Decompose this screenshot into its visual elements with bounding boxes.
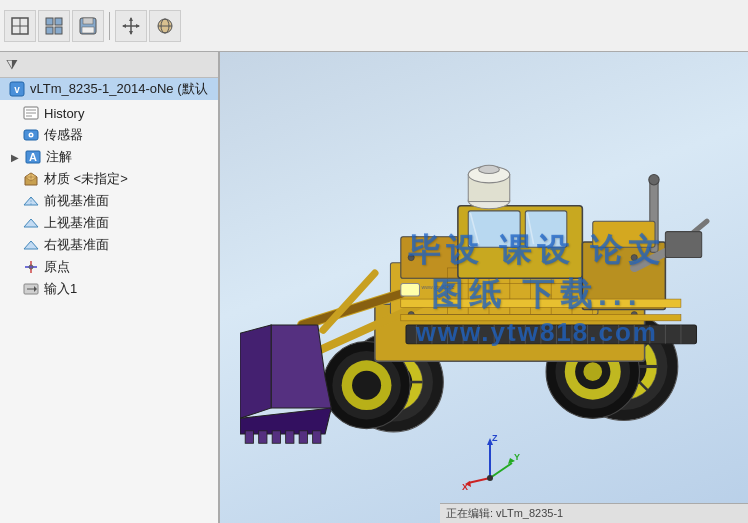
top-plane-icon <box>22 214 40 232</box>
right-plane-icon <box>22 236 40 254</box>
svg-point-130 <box>408 254 414 260</box>
annotation-label: 注解 <box>46 148 72 166</box>
svg-rect-9 <box>82 27 94 33</box>
svg-marker-15 <box>136 24 140 28</box>
save-button[interactable] <box>72 10 104 42</box>
svg-text:www.ytw818.c: www.ytw818.c <box>422 283 455 289</box>
svg-rect-125 <box>299 431 307 443</box>
tree-item-origin[interactable]: 原点 <box>0 256 218 278</box>
tree-item-history[interactable]: History <box>0 102 218 124</box>
svg-point-59 <box>583 362 602 381</box>
svg-line-144 <box>468 478 490 483</box>
sensor-icon <box>22 126 40 144</box>
origin-label: 原点 <box>44 258 70 276</box>
svg-rect-5 <box>46 27 53 34</box>
svg-rect-86 <box>468 211 520 247</box>
tree-root-item[interactable]: v vLTm_8235-1_2014-oNe (默认 <box>0 78 218 100</box>
tree-item-top-plane[interactable]: 上视基准面 <box>0 212 218 234</box>
svg-rect-135 <box>401 314 681 320</box>
move-button[interactable] <box>115 10 147 42</box>
svg-rect-134 <box>401 299 681 307</box>
axis-indicator: Z Y X <box>460 433 520 493</box>
svg-text:A: A <box>29 151 37 163</box>
front-plane-label: 前视基准面 <box>44 192 109 210</box>
svg-rect-124 <box>286 431 294 443</box>
main-layout: ⧩ v vLTm_8235-1_2014-oNe (默认 <box>0 52 748 523</box>
svg-text:Z: Z <box>492 433 498 443</box>
root-icon: v <box>8 80 26 98</box>
tree-item-sensor[interactable]: 传感器 <box>0 124 218 146</box>
model-svg: www.ytw818.c <box>240 76 738 450</box>
svg-point-72 <box>352 370 381 399</box>
history-label: History <box>44 106 84 121</box>
annotation-arrow: ▶ <box>8 150 22 164</box>
toolbar <box>0 0 748 52</box>
svg-marker-12 <box>129 17 133 21</box>
history-icon <box>22 104 40 122</box>
status-text: 正在编辑: vLTm_8235-1 <box>446 506 563 521</box>
tree-container: History 传感器 ▶ <box>0 100 218 523</box>
svg-point-96 <box>649 174 659 184</box>
svg-rect-97 <box>593 221 655 247</box>
svg-marker-35 <box>24 241 38 249</box>
svg-rect-123 <box>272 431 280 443</box>
svg-rect-126 <box>313 431 321 443</box>
model-area: www.ytw818.c <box>240 62 738 463</box>
svg-rect-129 <box>665 231 701 257</box>
input1-label: 输入1 <box>44 280 77 298</box>
svg-marker-14 <box>122 24 126 28</box>
svg-rect-98 <box>406 325 697 344</box>
viewport[interactable]: www.ytw818.c 毕设 课设 论文 图纸 下载... www.ytw81… <box>220 52 748 523</box>
sidebar-header: ⧩ <box>0 52 218 78</box>
view-button[interactable] <box>149 10 181 42</box>
svg-point-93 <box>479 165 500 173</box>
svg-point-132 <box>631 254 637 260</box>
svg-text:Y: Y <box>514 452 520 462</box>
right-plane-label: 右视基准面 <box>44 236 109 254</box>
input1-icon <box>22 280 40 298</box>
svg-rect-6 <box>55 27 62 34</box>
svg-rect-122 <box>259 431 267 443</box>
tree-item-input1[interactable]: 输入1 <box>0 278 218 300</box>
top-plane-label: 上视基准面 <box>44 214 109 232</box>
tree-item-material[interactable]: 材质 <未指定> <box>0 168 218 190</box>
toolbar-separator-1 <box>109 12 110 40</box>
svg-point-147 <box>487 475 493 481</box>
material-label: 材质 <未指定> <box>44 170 128 188</box>
svg-text:v: v <box>14 84 20 95</box>
svg-rect-87 <box>525 211 567 247</box>
svg-rect-136 <box>401 283 420 295</box>
tree-item-front-plane[interactable]: 前视基准面 <box>0 190 218 212</box>
tree-item-right-plane[interactable]: 右视基准面 <box>0 234 218 256</box>
svg-line-141 <box>490 463 512 478</box>
material-icon <box>22 170 40 188</box>
svg-rect-3 <box>46 18 53 25</box>
status-bar: 正在编辑: vLTm_8235-1 <box>440 503 748 523</box>
svg-rect-121 <box>245 431 253 443</box>
root-label: vLTm_8235-1_2014-oNe (默认 <box>30 80 208 98</box>
filter-icon: ⧩ <box>6 56 18 73</box>
svg-point-27 <box>30 134 32 136</box>
sidebar: ⧩ v vLTm_8235-1_2014-oNe (默认 <box>0 52 220 523</box>
svg-marker-34 <box>24 219 38 227</box>
origin-icon <box>22 258 40 276</box>
tree-item-annotation[interactable]: ▶ A 注解 <box>0 146 218 168</box>
assembly-button[interactable] <box>38 10 70 42</box>
svg-rect-4 <box>55 18 62 25</box>
svg-marker-13 <box>129 31 133 35</box>
svg-text:X: X <box>462 482 468 492</box>
front-plane-icon <box>22 192 40 210</box>
sensor-label: 传感器 <box>44 126 83 144</box>
annotation-icon: A <box>24 148 42 166</box>
sketch-button[interactable] <box>4 10 36 42</box>
svg-rect-8 <box>83 18 93 24</box>
